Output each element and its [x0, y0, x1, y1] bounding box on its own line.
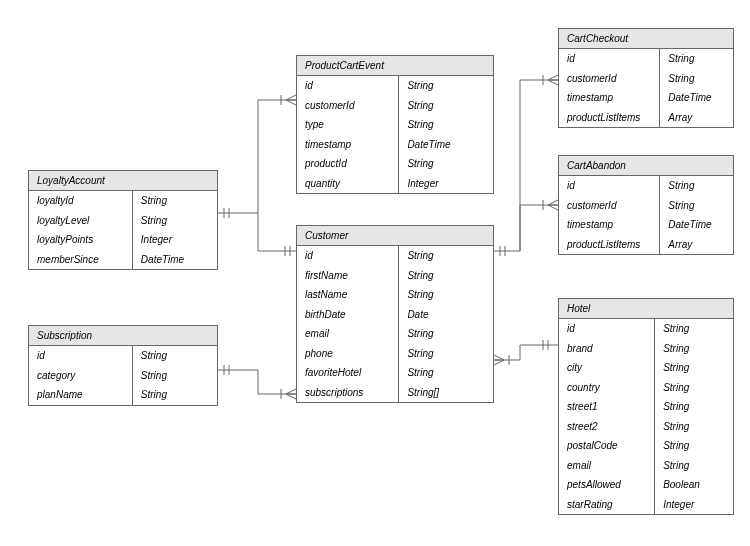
svg-line-26	[494, 355, 504, 360]
entity-cart-checkout: CartCheckout id customerId timestamp pro…	[558, 28, 734, 128]
entity-title: Hotel	[559, 299, 733, 319]
field-type: String	[133, 366, 217, 386]
field-name: street2	[559, 417, 654, 437]
field-name: customerId	[297, 96, 398, 116]
entity-customer: Customer id firstName lastName birthDate…	[296, 225, 494, 403]
field-type: String[]	[399, 383, 493, 403]
svg-line-4	[286, 95, 296, 100]
field-type: Array	[660, 108, 733, 128]
field-name: quantity	[297, 174, 398, 194]
field-name: firstName	[297, 266, 398, 286]
field-type: String	[655, 339, 733, 359]
field-name: subscriptions	[297, 383, 398, 403]
entity-subscription: Subscription id category planName String…	[28, 325, 218, 406]
entity-loyalty-account: LoyaltyAccount loyaltyId loyaltyLevel lo…	[28, 170, 218, 270]
field-type: DateTime	[660, 88, 733, 108]
entity-title: ProductCartEvent	[297, 56, 493, 76]
field-type: Array	[660, 235, 733, 255]
field-type: String	[133, 385, 217, 405]
field-type: String	[133, 211, 217, 231]
svg-line-20	[548, 200, 558, 205]
field-name: country	[559, 378, 654, 398]
field-name: timestamp	[559, 215, 659, 235]
field-type: String	[399, 285, 493, 305]
field-type: Integer	[399, 174, 493, 194]
field-name: loyaltyLevel	[29, 211, 132, 231]
entity-title: LoyaltyAccount	[29, 171, 217, 191]
field-type: String	[399, 154, 493, 174]
field-type: String	[399, 344, 493, 364]
field-type: String	[133, 346, 217, 366]
field-type: DateTime	[399, 135, 493, 155]
field-name: email	[559, 456, 654, 476]
field-name: lastName	[297, 285, 398, 305]
field-type: String	[399, 266, 493, 286]
field-type: String	[660, 69, 733, 89]
svg-line-22	[548, 205, 558, 210]
field-name: memberSince	[29, 250, 132, 270]
field-name: id	[29, 346, 132, 366]
entity-title: Subscription	[29, 326, 217, 346]
field-type: String	[655, 436, 733, 456]
field-name: id	[559, 49, 659, 69]
field-type: String	[655, 417, 733, 437]
field-name: favoriteHotel	[297, 363, 398, 383]
svg-line-16	[548, 80, 558, 85]
svg-line-28	[494, 360, 504, 365]
field-name: customerId	[559, 196, 659, 216]
field-type: String	[660, 49, 733, 69]
field-name: type	[297, 115, 398, 135]
field-name: id	[297, 246, 398, 266]
svg-line-14	[548, 75, 558, 80]
entity-title: Customer	[297, 226, 493, 246]
entity-title: CartAbandon	[559, 156, 733, 176]
field-type: String	[655, 358, 733, 378]
field-name: productListItems	[559, 235, 659, 255]
field-type: DateTime	[660, 215, 733, 235]
field-name: petsAllowed	[559, 475, 654, 495]
entity-hotel: Hotel id brand city country street1 stre…	[558, 298, 734, 515]
svg-line-10	[286, 389, 296, 394]
field-type: DateTime	[133, 250, 217, 270]
field-name: starRating	[559, 495, 654, 515]
field-type: String	[399, 115, 493, 135]
svg-line-6	[286, 100, 296, 105]
field-type: Integer	[655, 495, 733, 515]
field-type: String	[660, 176, 733, 196]
field-name: postalCode	[559, 436, 654, 456]
field-name: email	[297, 324, 398, 344]
field-type: Boolean	[655, 475, 733, 495]
field-name: loyaltyId	[29, 191, 132, 211]
field-type: String	[655, 378, 733, 398]
field-type: String	[133, 191, 217, 211]
field-type: String	[655, 397, 733, 417]
field-type: String	[660, 196, 733, 216]
field-name: timestamp	[559, 88, 659, 108]
field-type: String	[655, 319, 733, 339]
field-type: String	[399, 96, 493, 116]
field-name: timestamp	[297, 135, 398, 155]
field-name: category	[29, 366, 132, 386]
field-name: phone	[297, 344, 398, 364]
svg-line-12	[286, 394, 296, 399]
field-type: String	[399, 363, 493, 383]
field-type: Date	[399, 305, 493, 325]
field-name: loyaltyPoints	[29, 230, 132, 250]
field-type: Integer	[133, 230, 217, 250]
field-name: productId	[297, 154, 398, 174]
entity-title: CartCheckout	[559, 29, 733, 49]
field-type: String	[399, 246, 493, 266]
field-name: id	[297, 76, 398, 96]
field-name: customerId	[559, 69, 659, 89]
entity-product-cart-event: ProductCartEvent id customerId type time…	[296, 55, 494, 194]
field-name: city	[559, 358, 654, 378]
field-name: productListItems	[559, 108, 659, 128]
field-type: String	[655, 456, 733, 476]
field-type: String	[399, 76, 493, 96]
field-type: String	[399, 324, 493, 344]
field-name: id	[559, 176, 659, 196]
field-name: birthDate	[297, 305, 398, 325]
field-name: brand	[559, 339, 654, 359]
field-name: id	[559, 319, 654, 339]
field-name: street1	[559, 397, 654, 417]
